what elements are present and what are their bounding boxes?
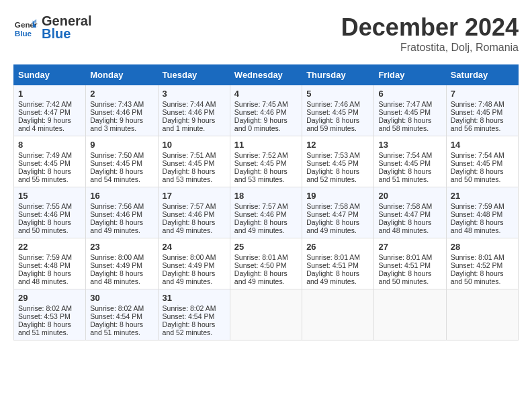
calendar-cell: 13Sunrise: 7:54 AMSunset: 4:45 PMDayligh… (374, 136, 446, 187)
daylight-hours: Daylight: 8 hours and 53 minutes. (234, 167, 287, 183)
logo-blue: Blue (42, 26, 91, 42)
sunrise-time: Sunrise: 7:48 AM (451, 100, 504, 108)
sunrise-time: Sunrise: 7:51 AM (163, 151, 216, 159)
calendar-cell: 25Sunrise: 8:01 AMSunset: 4:50 PMDayligh… (230, 238, 302, 289)
day-number: 7 (451, 89, 514, 99)
calendar-cell (302, 289, 374, 340)
header-saturday: Saturday (446, 65, 518, 85)
sunset-time: Sunset: 4:49 PM (163, 261, 215, 269)
sunset-time: Sunset: 4:45 PM (306, 108, 359, 116)
sunrise-time: Sunrise: 7:53 AM (306, 151, 360, 159)
calendar-cell: 26Sunrise: 8:01 AMSunset: 4:51 PMDayligh… (302, 238, 374, 289)
sunset-time: Sunset: 4:49 PM (90, 261, 142, 269)
calendar-cell: 7Sunrise: 7:48 AMSunset: 4:45 PMDaylight… (446, 85, 518, 136)
calendar-cell: 3Sunrise: 7:44 AMSunset: 4:46 PMDaylight… (158, 85, 230, 136)
daylight-hours: Daylight: 8 hours and 53 minutes. (163, 167, 216, 183)
calendar-cell: 6Sunrise: 7:47 AMSunset: 4:45 PMDaylight… (374, 85, 446, 136)
sunset-time: Sunset: 4:45 PM (451, 108, 503, 116)
calendar-cell: 22Sunrise: 7:59 AMSunset: 4:48 PMDayligh… (14, 238, 86, 289)
sunrise-time: Sunrise: 8:01 AM (234, 253, 288, 261)
daylight-hours: Daylight: 8 hours and 52 minutes. (163, 320, 216, 336)
daylight-hours: Daylight: 8 hours and 58 minutes. (378, 116, 431, 132)
sunset-time: Sunset: 4:46 PM (18, 210, 71, 218)
day-number: 1 (18, 89, 81, 99)
daylight-hours: Daylight: 8 hours and 51 minutes. (18, 320, 71, 336)
sunrise-time: Sunrise: 7:57 AM (234, 202, 288, 210)
sunrise-time: Sunrise: 7:54 AM (451, 151, 504, 159)
day-number: 30 (90, 293, 153, 303)
sunset-time: Sunset: 4:48 PM (451, 210, 503, 218)
sunrise-time: Sunrise: 8:02 AM (90, 304, 144, 312)
calendar-cell: 4Sunrise: 7:45 AMSunset: 4:46 PMDaylight… (230, 85, 302, 136)
calendar-cell: 24Sunrise: 8:00 AMSunset: 4:49 PMDayligh… (158, 238, 230, 289)
calendar-cell: 29Sunrise: 8:02 AMSunset: 4:53 PMDayligh… (14, 289, 86, 340)
daylight-hours: Daylight: 9 hours and 3 minutes. (90, 116, 143, 132)
daylight-hours: Daylight: 9 hours and 0 minutes. (234, 116, 287, 132)
sunrise-time: Sunrise: 7:59 AM (451, 202, 504, 210)
sunset-time: Sunset: 4:51 PM (306, 261, 359, 269)
sunrise-time: Sunrise: 7:50 AM (90, 151, 144, 159)
sunrise-time: Sunrise: 7:56 AM (90, 202, 144, 210)
sunset-time: Sunset: 4:54 PM (163, 312, 215, 320)
header-thursday: Thursday (302, 65, 374, 85)
calendar-cell: 9Sunrise: 7:50 AMSunset: 4:45 PMDaylight… (86, 136, 158, 187)
sunset-time: Sunset: 4:47 PM (18, 108, 71, 116)
daylight-hours: Daylight: 8 hours and 50 minutes. (378, 269, 431, 285)
calendar-cell: 15Sunrise: 7:55 AMSunset: 4:46 PMDayligh… (14, 187, 86, 238)
header-friday: Friday (374, 65, 446, 85)
daylight-hours: Daylight: 8 hours and 49 minutes. (306, 269, 359, 285)
sunrise-time: Sunrise: 7:45 AM (234, 100, 288, 108)
day-number: 24 (163, 242, 226, 252)
calendar-cell: 12Sunrise: 7:53 AMSunset: 4:45 PMDayligh… (302, 136, 374, 187)
logo-icon: General Blue (13, 15, 38, 40)
daylight-hours: Daylight: 8 hours and 52 minutes. (306, 167, 359, 183)
daylight-hours: Daylight: 8 hours and 48 minutes. (18, 269, 71, 285)
daylight-hours: Daylight: 8 hours and 49 minutes. (163, 218, 216, 234)
sunrise-time: Sunrise: 7:43 AM (90, 100, 144, 108)
calendar-cell: 1Sunrise: 7:42 AMSunset: 4:47 PMDaylight… (14, 85, 86, 136)
day-number: 25 (234, 242, 298, 252)
svg-text:Blue: Blue (15, 29, 32, 38)
sunset-time: Sunset: 4:45 PM (306, 159, 359, 167)
daylight-hours: Daylight: 8 hours and 51 minutes. (378, 167, 431, 183)
sunset-time: Sunset: 4:45 PM (378, 159, 431, 167)
day-number: 27 (378, 242, 441, 252)
daylight-hours: Daylight: 9 hours and 1 minute. (163, 116, 216, 132)
daylight-hours: Daylight: 8 hours and 56 minutes. (451, 116, 504, 132)
day-number: 13 (378, 140, 441, 150)
day-number: 19 (306, 191, 369, 201)
sunrise-time: Sunrise: 7:57 AM (163, 202, 216, 210)
calendar-cell: 2Sunrise: 7:43 AMSunset: 4:46 PMDaylight… (86, 85, 158, 136)
calendar-cell: 8Sunrise: 7:49 AMSunset: 4:45 PMDaylight… (14, 136, 86, 187)
day-number: 2 (90, 89, 153, 99)
calendar-cell: 14Sunrise: 7:54 AMSunset: 4:45 PMDayligh… (446, 136, 518, 187)
logo: General Blue General Blue (13, 13, 91, 42)
header-wednesday: Wednesday (230, 65, 302, 85)
calendar-week-row: 29Sunrise: 8:02 AMSunset: 4:53 PMDayligh… (14, 289, 519, 340)
sunrise-time: Sunrise: 7:54 AM (378, 151, 432, 159)
calendar-week-row: 1Sunrise: 7:42 AMSunset: 4:47 PMDaylight… (14, 85, 519, 136)
calendar-header-row: SundayMondayTuesdayWednesdayThursdayFrid… (14, 65, 519, 85)
sunset-time: Sunset: 4:46 PM (234, 108, 287, 116)
day-number: 14 (451, 140, 514, 150)
sunset-time: Sunset: 4:45 PM (163, 159, 215, 167)
day-number: 15 (18, 191, 81, 201)
daylight-hours: Daylight: 8 hours and 49 minutes. (90, 218, 143, 234)
calendar-cell: 19Sunrise: 7:58 AMSunset: 4:47 PMDayligh… (302, 187, 374, 238)
day-number: 16 (90, 191, 153, 201)
daylight-hours: Daylight: 8 hours and 48 minutes. (451, 218, 504, 234)
calendar-cell: 30Sunrise: 8:02 AMSunset: 4:54 PMDayligh… (86, 289, 158, 340)
daylight-hours: Daylight: 8 hours and 48 minutes. (90, 269, 143, 285)
calendar-week-row: 15Sunrise: 7:55 AMSunset: 4:46 PMDayligh… (14, 187, 519, 238)
day-number: 8 (18, 140, 81, 150)
day-number: 3 (163, 89, 226, 99)
day-number: 29 (18, 293, 81, 303)
daylight-hours: Daylight: 8 hours and 50 minutes. (18, 218, 71, 234)
daylight-hours: Daylight: 8 hours and 51 minutes. (90, 320, 143, 336)
sunset-time: Sunset: 4:50 PM (234, 261, 287, 269)
header-sunday: Sunday (14, 65, 86, 85)
day-number: 20 (378, 191, 441, 201)
daylight-hours: Daylight: 8 hours and 48 minutes. (378, 218, 431, 234)
day-number: 22 (18, 242, 81, 252)
calendar-cell (446, 289, 518, 340)
